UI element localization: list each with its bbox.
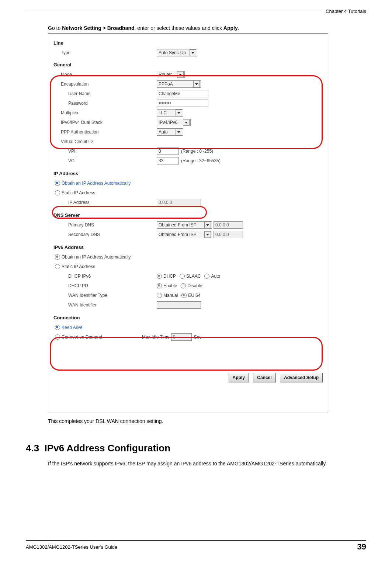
label-dhcp: DHCP [163, 274, 176, 279]
select-mode-value: Router [159, 72, 172, 77]
intro-end: . [238, 25, 239, 31]
chevron-down-icon [183, 119, 190, 126]
radio-manual[interactable] [157, 293, 162, 298]
apply-button[interactable]: Apply [229, 373, 249, 382]
label-password: Password [53, 101, 157, 106]
input-password[interactable]: •••••••• [157, 100, 208, 107]
radio-ondemand[interactable] [55, 334, 60, 340]
input-username[interactable]: ChangeMe [157, 90, 208, 97]
select-type[interactable]: Auto Sync-Up [157, 49, 197, 56]
chevron-down-icon [177, 71, 184, 78]
section-number: 4.3 [26, 443, 39, 454]
label-sec: Sec [194, 334, 202, 340]
label-keepalive: Keep Alive [62, 325, 83, 330]
section-ip: IP Address [53, 171, 323, 176]
select-mode[interactable]: Router [157, 71, 185, 78]
label-dualstack: IPv6/IPv4 Dual Stack: [53, 120, 157, 125]
intro-mid: , enter or select these values and click [135, 25, 223, 31]
label-pppauth: PPP Authentication [53, 129, 157, 135]
label-mode: Mode [53, 72, 157, 77]
select-pppauth[interactable]: Auto [157, 128, 183, 136]
radio-slaac[interactable] [180, 274, 185, 279]
radio-keepalive[interactable] [55, 325, 60, 330]
cancel-button[interactable]: Cancel [253, 373, 275, 382]
label-vcid: Virtual Circuit ID [53, 139, 157, 144]
label-dns-primary: Primary DNS [53, 222, 157, 228]
chevron-down-icon [204, 231, 211, 238]
label-slaac: SLAAC [186, 274, 201, 279]
input-dns-secondary-ip[interactable]: 0.0.0.0 [214, 231, 243, 238]
select-type-value: Auto Sync-Up [159, 50, 186, 55]
section-dns: DNS Server [53, 212, 323, 218]
label-vci: VCI [53, 158, 157, 163]
radio-eui64[interactable] [181, 293, 187, 298]
label-ipv6-auto: Obtain an IP Address Automatically [62, 254, 131, 260]
settings-panel: Line Type Auto Sync-Up General Mode Rout… [48, 33, 328, 413]
radio-ip-static[interactable] [55, 190, 60, 195]
intro-pre: Go to [48, 25, 62, 31]
select-pppauth-value: Auto [159, 129, 168, 135]
select-encap[interactable]: PPPoA [157, 80, 201, 88]
intro-path: Network Setting > Broadband [62, 25, 134, 31]
select-multiplex-value: LLC [159, 110, 167, 115]
label-disable: Disable [187, 283, 202, 288]
select-multiplex[interactable]: LLC [157, 109, 183, 117]
select-dns-primary[interactable]: Obtained From ISP [157, 221, 212, 229]
input-ipaddr[interactable]: 0.0.0.0 [157, 199, 201, 206]
label-ipv6-static: Static IP Address [62, 264, 95, 269]
chevron-down-icon [176, 110, 182, 116]
label-auto: Auto [211, 274, 220, 279]
intro-apply: Apply [223, 25, 238, 31]
section-general: General [53, 62, 323, 67]
radio-disable[interactable] [181, 283, 186, 288]
input-vpi[interactable]: 0 [157, 148, 179, 155]
chevron-down-icon [190, 49, 196, 56]
chapter-header: Chapter 4 Tutorials [26, 8, 366, 14]
section-title: IPv6 Address Configuration [45, 443, 170, 454]
select-dualstack[interactable]: IPv4/IPv6 [157, 119, 191, 126]
label-encap: Encapsulation [53, 81, 157, 87]
footer-guide: AMG1302/AMG1202-TSeries User's Guide [26, 544, 117, 550]
intro-sentence: Go to Network Setting > Broadband, enter… [48, 25, 362, 31]
range-vci: (Range : 32~65535) [181, 158, 221, 163]
select-dns-secondary-value: Obtained From ISP [159, 232, 197, 237]
radio-ipv6-auto[interactable] [55, 254, 60, 260]
select-encap-value: PPPoA [159, 81, 173, 87]
input-vci[interactable]: 33 [157, 157, 179, 164]
label-ip-static: Static IP Address [62, 190, 95, 195]
radio-enable[interactable] [157, 283, 162, 288]
input-dns-primary-ip[interactable]: 0.0.0.0 [214, 221, 243, 229]
label-ipaddr: IP Address [53, 200, 157, 205]
radio-auto[interactable] [204, 274, 209, 279]
chevron-down-icon [204, 222, 211, 228]
section-heading: 4.3 IPv6 Address Configuration [26, 443, 366, 454]
caption-complete: This completes your DSL WAN connection s… [48, 418, 366, 424]
section-connection: Connection [53, 315, 323, 320]
section-para: If the ISP's network supports IPv6, the … [48, 460, 355, 467]
select-dns-secondary[interactable]: Obtained From ISP [157, 231, 212, 238]
radio-ip-auto[interactable] [55, 181, 60, 186]
label-dhcpipv6: DHCP IPv6 [53, 274, 157, 279]
label-dns-secondary: Secondary DNS [53, 232, 157, 237]
label-wan-identifier: WAN Identifier [53, 302, 157, 308]
input-maxidle[interactable]: 0 [171, 333, 192, 341]
label-multiplex: Multiplex [53, 110, 157, 115]
section-ipv6: IPv6 Address [53, 244, 323, 250]
radio-dhcp[interactable] [157, 274, 162, 279]
label-eui64: EUI64 [188, 293, 200, 298]
advanced-button[interactable]: Advanced Setup [280, 373, 323, 382]
select-dns-primary-value: Obtained From ISP [159, 222, 197, 228]
range-vpi: (Range : 0~255) [181, 149, 213, 154]
label-ip-auto: Obtain an IP Address Automatically [62, 181, 131, 186]
radio-ipv6-static[interactable] [55, 264, 60, 269]
chevron-down-icon [176, 129, 182, 135]
chevron-down-icon [193, 81, 200, 87]
label-manual: Manual [163, 293, 178, 298]
label-type: Type [53, 50, 157, 55]
label-username: User Name [53, 91, 157, 96]
label-dhcppd: DHCP PD [53, 283, 157, 288]
input-wan-identifier[interactable] [157, 301, 201, 309]
label-enable: Enable [163, 283, 177, 288]
footer-page: 39 [357, 542, 366, 552]
select-dualstack-value: IPv4/IPv6 [159, 120, 177, 125]
